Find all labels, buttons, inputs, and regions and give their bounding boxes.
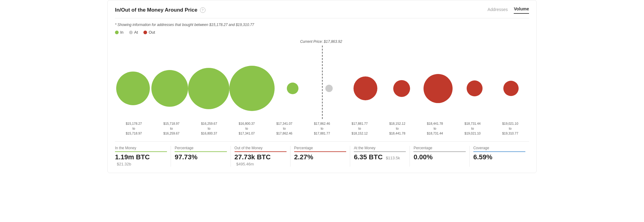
summary-coverage: Coverage 6.59% <box>470 146 529 167</box>
summary-percent-at: Percentage 0.00% <box>410 146 469 167</box>
label-col-6: $17,881.77to$18,152.12 <box>341 121 379 136</box>
bubble-col-5 <box>311 58 347 119</box>
label-col-9: $18,731.44to$19,021.10 <box>454 121 491 136</box>
summary-main-in: 1.19m BTC <box>115 153 150 161</box>
header-left: In/Out of the Money Around Price ? <box>115 7 205 13</box>
range-bot-1: $16,259.67 <box>163 131 180 135</box>
label-col-1: $15,718.97to$16,259.67 <box>153 121 190 136</box>
range-bot-2: $16,800.37 <box>201 131 217 135</box>
label-col-0: $15,178.27to$15,718.97 <box>115 121 153 136</box>
range-mid-4: to <box>283 127 286 130</box>
current-price-line <box>322 46 323 119</box>
legend-label-in: In <box>120 30 124 35</box>
range-mid-3: to <box>245 127 248 130</box>
tab-group: Addresses Volume <box>487 6 529 14</box>
range-top-10: $19,021.10 <box>502 122 518 125</box>
summary-sub-in: $21.32b <box>117 162 131 166</box>
summary-label-coverage: Coverage <box>473 146 525 152</box>
summary-sub-at: $113.5k <box>386 156 400 160</box>
legend-dot-at <box>129 31 133 34</box>
range-top-1: $15,718.97 <box>163 122 180 125</box>
range-mid-8: to <box>434 127 436 130</box>
summary-section: In the Money 1.19m BTC $21.32b Percentag… <box>115 141 529 167</box>
range-mid-0: to <box>132 127 135 130</box>
legend-in: In <box>115 30 124 35</box>
bubble-col-8 <box>420 58 456 119</box>
main-container: In/Out of the Money Around Price ? Addre… <box>107 0 537 173</box>
summary-percent-in: Percentage 97.73% <box>171 146 231 167</box>
label-col-4: $17,341.07to$17,862.46 <box>265 121 303 136</box>
range-bot-7: $18,441.78 <box>389 131 405 135</box>
bubble-0 <box>116 72 150 105</box>
summary-label-at: At the Money <box>354 146 406 152</box>
bubble-10 <box>503 81 519 96</box>
bubble-8 <box>424 74 453 103</box>
summary-pct-label-in: Percentage <box>175 146 227 152</box>
label-col-5: $17,862.46to$17,881.77 <box>303 121 341 136</box>
bubble-col-1 <box>151 58 188 119</box>
subtitle: * Showing information for addresses that… <box>115 23 529 27</box>
summary-in-the-money: In the Money 1.19m BTC $21.32b <box>115 146 171 167</box>
range-top-7: $18,152.12 <box>389 122 405 125</box>
bubble-3 <box>229 66 275 111</box>
summary-percent-out: Percentage 2.27% <box>291 146 350 167</box>
summary-sub-out: $495.46m <box>236 162 254 166</box>
chart-area: Current Price: $17,863.92 <box>115 39 529 119</box>
bubble-9 <box>467 80 483 96</box>
range-top-5: $17,862.46 <box>314 122 330 125</box>
summary-value-out: 27.73k BTC $495.46m <box>235 153 287 167</box>
legend-dot-out <box>143 31 147 34</box>
range-bot-3: $17,341.07 <box>239 131 255 135</box>
header: In/Out of the Money Around Price ? Addre… <box>115 6 529 18</box>
summary-pct-value-at: 0.00% <box>413 153 465 161</box>
legend-dot-in <box>115 31 119 34</box>
summary-value-at: 6.35 BTC $113.5k <box>354 153 406 161</box>
label-col-2: $16,259.67to$16,800.37 <box>190 121 228 136</box>
bubble-col-0 <box>115 58 151 119</box>
tab-volume[interactable]: Volume <box>514 6 529 14</box>
range-mid-9: to <box>471 127 474 130</box>
label-col-3: $16,800.37to$17,341.07 <box>228 121 265 136</box>
labels-row: $15,178.27to$15,718.97$15,718.97to$16,25… <box>115 121 529 136</box>
summary-value-in: 1.19m BTC $21.32b <box>115 153 167 167</box>
range-top-3: $16,800.37 <box>239 122 255 125</box>
range-mid-7: to <box>396 127 399 130</box>
summary-label-in: In the Money <box>115 146 167 152</box>
range-top-0: $15,178.27 <box>126 122 142 125</box>
bubble-col-7 <box>384 58 420 119</box>
range-mid-5: to <box>321 127 324 130</box>
range-mid-6: to <box>358 127 361 130</box>
range-bot-4: $17,862.46 <box>276 131 293 135</box>
legend-at: At <box>129 30 138 35</box>
legend-label-at: At <box>134 30 138 35</box>
bubble-col-4 <box>275 58 311 119</box>
current-price-label: Current Price: $17,863.92 <box>300 39 342 44</box>
range-top-6: $17,881.77 <box>352 122 368 125</box>
range-bot-8: $18,731.44 <box>427 131 443 135</box>
bubble-4 <box>287 83 298 94</box>
legend-out: Out <box>143 30 155 35</box>
range-mid-2: to <box>208 127 210 130</box>
legend-label-out: Out <box>149 30 155 35</box>
range-top-8: $18,441.78 <box>427 122 443 125</box>
range-bot-10: $19,310.77 <box>502 131 518 135</box>
range-mid-1: to <box>170 127 173 130</box>
bubble-5 <box>325 85 333 92</box>
label-col-10: $19,021.10to$19,310.77 <box>491 121 529 136</box>
bubble-1 <box>151 70 188 107</box>
help-icon[interactable]: ? <box>200 7 205 13</box>
bubble-col-3 <box>229 58 275 119</box>
label-col-8: $18,441.78to$18,731.44 <box>416 121 454 136</box>
tab-addresses[interactable]: Addresses <box>487 7 508 14</box>
range-top-2: $16,259.67 <box>201 122 217 125</box>
summary-at-money: At the Money 6.35 BTC $113.5k <box>350 146 410 167</box>
summary-pct-label-out: Percentage <box>294 146 346 152</box>
bubble-col-2 <box>188 58 229 119</box>
range-bot-9: $19,021.10 <box>464 131 481 135</box>
range-top-4: $17,341.07 <box>276 122 293 125</box>
bubble-6 <box>353 76 377 100</box>
range-bot-5: $17,881.77 <box>314 131 330 135</box>
range-bot-0: $15,718.97 <box>126 131 142 135</box>
summary-main-at: 6.35 BTC <box>354 153 383 161</box>
bubble-7 <box>393 80 410 97</box>
